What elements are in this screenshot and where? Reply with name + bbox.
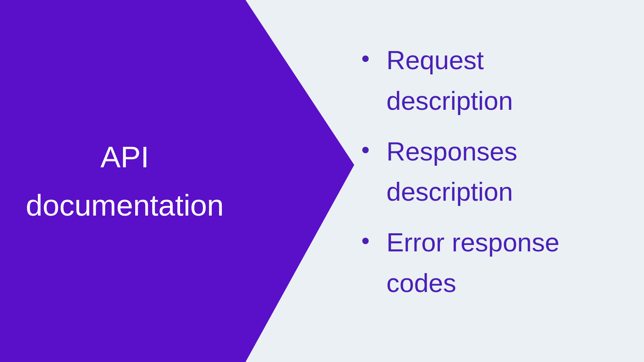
bullet-list-container: Request description Responses descriptio… (362, 40, 612, 314)
bullet-item-3: Error response codes (362, 222, 612, 304)
left-title-line2: documentation (26, 181, 224, 229)
bullet-list: Request description Responses descriptio… (362, 40, 612, 304)
bullet-item-2: Responses description (362, 132, 612, 213)
left-title-line1: API (101, 133, 149, 181)
left-title-block: API documentation (0, 0, 250, 362)
bullet-item-1: Request description (362, 40, 612, 121)
